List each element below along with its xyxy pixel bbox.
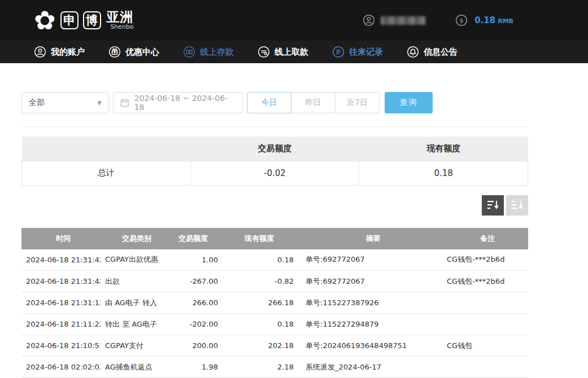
username-blurred [381, 16, 426, 25]
calendar-icon [120, 98, 129, 107]
table-cell: CGPAY出款优惠 [101, 249, 168, 271]
table-cell: 2024-06-18 02:02:03 [21, 357, 101, 378]
page-content: 全部 ▼ 2024-06-18 ~ 2024-06-18 今日 昨日 近7日 查… [21, 92, 528, 378]
sort-controls [21, 195, 528, 216]
table-row: 2024-06-18 21:10:51CGPAY支付200.00202.18单号… [21, 335, 528, 357]
table-cell [441, 292, 528, 314]
table-cell: 单号:692772067 [297, 271, 441, 292]
summary-header-balance: 现有额度 [359, 137, 528, 161]
promo-icon [108, 46, 121, 58]
nav-label: 信息公告 [424, 47, 458, 58]
column-header-3: 现有额度 [225, 228, 297, 249]
table-cell: 出款 [101, 271, 168, 292]
brand-subtitle: Shenbo [110, 24, 133, 30]
filter-bar: 全部 ▼ 2024-06-18 ~ 2024-06-18 今日 昨日 近7日 查… [21, 92, 528, 113]
sort-ascending-icon [511, 200, 524, 210]
table-cell: 1.98 [168, 357, 225, 378]
table-cell: 202.18 [225, 335, 297, 357]
transactions-header-row: 时间交易类别交易额度现有额度摘要备注 [21, 228, 528, 249]
main-nav: 我的账户 优惠中心 线上存款 线上 [0, 41, 588, 63]
announcement-bell-icon [407, 46, 419, 58]
table-cell: CG钱包-***2b6d [441, 249, 528, 271]
table-cell: -267.00 [168, 271, 225, 292]
balance-coin-icon: $ [455, 14, 468, 27]
column-header-1: 交易类别 [101, 228, 168, 249]
date-range-value: 2024-06-18 ~ 2024-06-18 [134, 94, 236, 112]
table-cell: 单号:692772067 [297, 249, 441, 271]
table-cell: 系统派发_2024-06-17 [297, 357, 441, 378]
table-cell: CGPAY支付 [101, 335, 168, 357]
brand-logo[interactable]: ✿ 申 博 亚洲 Shenbo [34, 7, 134, 33]
type-select[interactable]: 全部 ▼ [21, 92, 109, 113]
nav-item-online-withdrawal[interactable]: 线上取款 [258, 46, 308, 58]
date-range-input[interactable]: 2024-06-18 ~ 2024-06-18 [113, 92, 243, 113]
brand-region: 亚洲 [107, 10, 134, 24]
table-row: 2024-06-18 02:02:03AG捕鱼机返点1.982.18系统派发_2… [21, 357, 528, 378]
table-cell: 2.18 [225, 357, 297, 378]
nav-item-my-account[interactable]: 我的账户 [34, 46, 85, 58]
column-header-2: 交易额度 [168, 228, 225, 249]
user-avatar-icon[interactable] [363, 14, 375, 27]
nav-item-promotions[interactable]: 优惠中心 [108, 46, 159, 58]
summary-header-empty [22, 137, 191, 161]
table-cell: 由 AG电子 转入 [101, 292, 168, 314]
brand-char-shen: 申 [60, 11, 79, 29]
quick-date-group: 今日 昨日 近7日 [247, 92, 380, 113]
table-cell [441, 357, 528, 378]
nav-label: 线上取款 [275, 47, 308, 58]
table-cell: 200.00 [168, 335, 225, 357]
table-cell: -0.82 [225, 271, 297, 292]
table-cell: 2024-06-18 21:31:13 [21, 292, 101, 314]
table-cell: 2024-06-18 21:31:42 [21, 249, 101, 271]
quick-button-yesterday[interactable]: 昨日 [291, 92, 336, 113]
table-row: 2024-06-18 21:31:42出款-267.00-0.82单号:6927… [21, 271, 528, 292]
table-cell: 1.00 [168, 249, 225, 271]
table-cell: CG钱包-***2b6d [441, 271, 528, 292]
summary-total-label: 总计 [22, 161, 191, 185]
table-cell: 266.00 [168, 292, 225, 314]
deposit-icon [183, 46, 195, 58]
nav-item-online-deposit[interactable]: 线上存款 [183, 46, 234, 58]
table-cell: 0.18 [225, 314, 297, 335]
brand-char-bo: 博 [83, 11, 101, 29]
account-area: $ 0.18 RMB [363, 14, 513, 27]
nav-label: 我的账户 [51, 47, 85, 58]
sort-descending-icon [487, 200, 499, 210]
table-cell: 266.18 [225, 292, 297, 314]
quick-button-today[interactable]: 今日 [247, 92, 291, 113]
section-divider [21, 126, 528, 127]
sort-descending-button[interactable] [482, 195, 504, 216]
column-header-5: 备注 [441, 228, 528, 249]
chevron-down-icon: ▼ [97, 100, 102, 106]
table-cell: -202.00 [168, 314, 225, 335]
transactions-section: 时间交易类别交易额度现有额度摘要备注 2024-06-18 21:31:42CG… [21, 228, 528, 378]
records-icon [332, 46, 345, 58]
summary-header-row: 交易额度 现有额度 [22, 137, 528, 161]
nav-item-transaction-records[interactable]: 往来记录 [332, 46, 383, 58]
table-row: 2024-06-18 21:11:22转出 至 AG电子-202.000.18单… [21, 314, 528, 335]
table-cell: 单号:115227387926 [297, 292, 441, 314]
transactions-table: 时间交易类别交易额度现有额度摘要备注 2024-06-18 21:31:42CG… [21, 228, 528, 378]
table-cell: CG钱包 [441, 335, 528, 357]
sort-ascending-button[interactable] [506, 195, 528, 216]
column-header-0: 时间 [21, 228, 101, 249]
dollar-glyph: $ [460, 17, 464, 24]
user-icon [34, 46, 46, 58]
nav-label: 往来记录 [349, 47, 383, 58]
top-header: ✿ 申 博 亚洲 Shenbo $ 0.18 RMB [0, 0, 588, 41]
summary-total-balance: 0.18 [359, 161, 528, 185]
table-cell: 2024-06-18 21:11:22 [21, 314, 101, 335]
withdraw-icon [258, 46, 270, 58]
balance-currency: RMB [498, 17, 513, 25]
table-cell: 转出 至 AG电子 [101, 314, 168, 335]
summary-table: 交易额度 现有额度 总计 -0.02 0.18 [21, 137, 528, 186]
quick-button-last7days[interactable]: 近7日 [335, 92, 380, 113]
table-row: 2024-06-18 21:31:13由 AG电子 转入266.00266.18… [21, 292, 528, 314]
search-button[interactable]: 查询 [385, 92, 433, 113]
nav-label: 优惠中心 [125, 47, 159, 58]
balance-amount: 0.18 [474, 15, 495, 25]
table-cell: 单号:115227294879 [297, 314, 441, 335]
type-select-value: 全部 [29, 98, 45, 108]
nav-item-announcements[interactable]: 信息公告 [407, 46, 458, 58]
table-cell: 2024-06-18 21:31:42 [21, 271, 101, 292]
